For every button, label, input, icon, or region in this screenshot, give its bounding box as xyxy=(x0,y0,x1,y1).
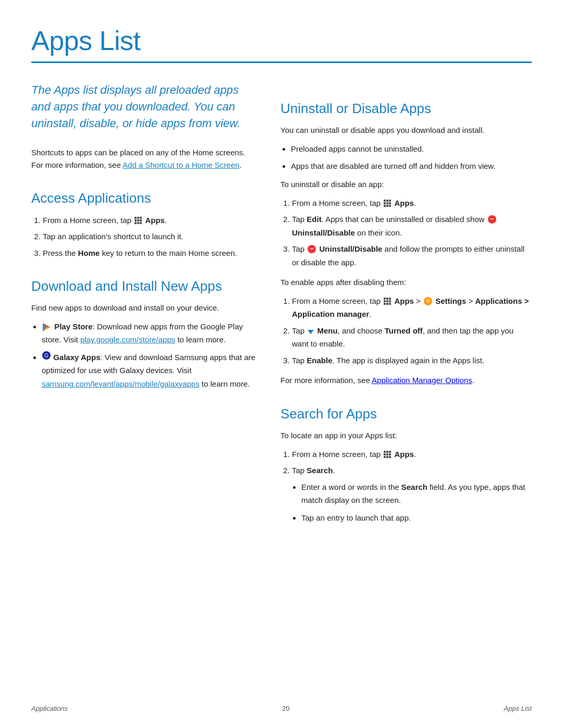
app-manager-options-link[interactable]: Application Manager Options xyxy=(372,376,472,385)
access-step-2: Tap an application's shortcut to launch … xyxy=(43,230,255,243)
search-field-label: Search xyxy=(401,483,427,491)
footer-right: Apps List xyxy=(504,705,532,712)
apps-label-search: Apps xyxy=(394,450,414,459)
apps-icon-uninstall-1 xyxy=(384,200,391,207)
access-step-3: Press the Home key to return to the main… xyxy=(43,246,255,260)
menu-label: Menu xyxy=(317,326,338,335)
access-heading: Access Applications xyxy=(31,190,255,206)
search-step-1: From a Home screen, tap Apps. xyxy=(292,448,531,461)
uninstall-bullet-2: Apps that are disabled are turned off an… xyxy=(291,159,531,173)
page-container: Apps List The Apps list displays all pre… xyxy=(0,0,563,571)
apps-label-u1: Apps xyxy=(394,199,414,207)
intro-text: The Apps list displays all preloaded app… xyxy=(31,82,255,132)
page-title: Apps List xyxy=(31,25,532,56)
search-sub-bullets: Enter a word or words in the Search fiel… xyxy=(291,480,531,525)
to-uninstall-label: To uninstall or disable an app: xyxy=(280,178,531,191)
settings-label: Settings xyxy=(435,297,466,305)
enable-step-2: Tap Menu, and choose Turned off, and the… xyxy=(292,324,531,351)
search-sub-bullet-1: Enter a word or words in the Search fiel… xyxy=(301,480,531,507)
footer: Applications 20 Apps List xyxy=(0,705,563,712)
more-info-paragraph: For more information, see Application Ma… xyxy=(280,374,531,387)
uninstall-intro: You can uninstall or disable apps you do… xyxy=(280,124,531,137)
shortcuts-link[interactable]: Add a Shortcut to a Home Screen xyxy=(123,161,239,169)
apps-icon-search xyxy=(384,451,391,458)
uninstall-step-3: Tap − Uninstall/Disable and follow the p… xyxy=(292,242,531,269)
home-key-label: Home xyxy=(78,249,100,257)
search-step-2: Tap Search. Enter a word or words in the… xyxy=(292,464,531,524)
turned-off-label: Turned off xyxy=(385,326,423,335)
galaxy-apps-icon: G xyxy=(42,353,53,362)
apps-grid-icon xyxy=(134,217,142,224)
apps-label: Apps xyxy=(145,216,165,225)
search-steps: From a Home screen, tap Apps. Tap Search… xyxy=(280,448,531,525)
enable-step-3: Tap Enable. The app is displayed again i… xyxy=(292,354,531,367)
menu-down-icon xyxy=(308,330,314,334)
download-heading: Download and Install New Apps xyxy=(31,278,255,294)
left-column: The Apps list displays all preloaded app… xyxy=(31,82,255,529)
download-bullets: Play Store: Download new apps from the G… xyxy=(31,320,255,391)
search-sub-bullet-2: Tap an entry to launch that app. xyxy=(301,511,531,525)
footer-left: Applications xyxy=(31,705,68,712)
enable-step-1: From a Home screen, tap Apps > ⚙ Setting… xyxy=(292,294,531,321)
uninstall-disable-label-1: Uninstall/Disable xyxy=(292,228,355,237)
search-heading: Search for Apps xyxy=(280,406,531,422)
search-intro: To locate an app in your Apps list: xyxy=(280,429,531,442)
edit-label: Edit xyxy=(307,215,321,224)
settings-icon: ⚙ xyxy=(424,297,432,305)
title-divider xyxy=(31,61,532,63)
download-intro: Find new apps to download and install on… xyxy=(31,302,255,315)
search-tap-label: Search xyxy=(307,466,333,475)
apps-label-enable: Apps xyxy=(394,297,414,305)
download-bullet-play: Play Store: Download new apps from the G… xyxy=(42,320,255,347)
play-store-link[interactable]: play.google.com/store/apps xyxy=(80,335,175,344)
uninstall-disable-label-2: Uninstall/Disable xyxy=(320,244,383,253)
play-store-label: Play Store xyxy=(54,322,92,331)
access-step-1: From a Home screen, tap Apps. xyxy=(43,214,255,227)
shortcuts-paragraph: Shortcuts to apps can be placed on any o… xyxy=(31,146,255,171)
enable-steps: From a Home screen, tap Apps > ⚙ Setting… xyxy=(280,294,531,367)
enable-label: To enable apps after disabling them: xyxy=(280,276,531,289)
play-store-icon xyxy=(42,323,51,332)
apps-icon-enable xyxy=(384,298,391,305)
download-bullet-galaxy: G Galaxy Apps: View and download Samsung… xyxy=(42,351,255,391)
uninstall-bullets-top: Preloaded apps cannot be uninstalled. Ap… xyxy=(280,142,531,173)
right-column: Uninstall or Disable Apps You can uninst… xyxy=(280,82,531,529)
minus-icon-1: − xyxy=(488,215,496,224)
svg-text:G: G xyxy=(44,353,48,359)
minus-icon-2: − xyxy=(308,245,316,253)
uninstall-bullet-1: Preloaded apps cannot be uninstalled. xyxy=(291,142,531,156)
uninstall-step-1: From a Home screen, tap Apps. xyxy=(292,196,531,210)
access-steps-list: From a Home screen, tap Apps. Tap an app… xyxy=(31,214,255,260)
uninstall-step-2: Tap Edit. Apps that can be uninstalled o… xyxy=(292,213,531,239)
uninstall-steps: From a Home screen, tap Apps. Tap Edit. … xyxy=(280,196,531,269)
page-number: 20 xyxy=(282,705,289,712)
galaxy-apps-label: Galaxy Apps xyxy=(53,353,100,362)
enable-label-step: Enable xyxy=(307,356,332,365)
main-content: The Apps list displays all preloaded app… xyxy=(31,82,532,529)
uninstall-heading: Uninstall or Disable Apps xyxy=(280,101,531,117)
galaxy-apps-link[interactable]: samsung.com/levant/apps/mobile/galaxyapp… xyxy=(42,379,200,388)
